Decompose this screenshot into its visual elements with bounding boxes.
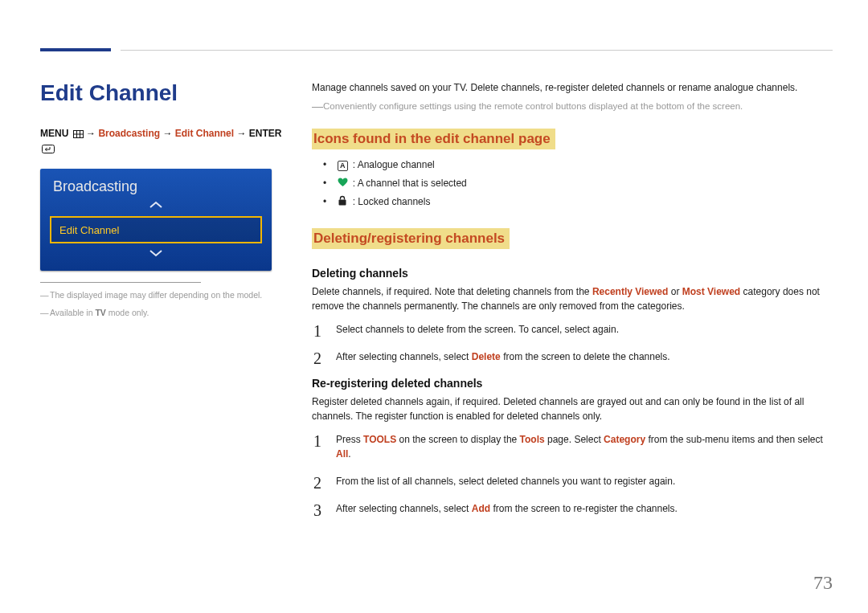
note-text-bold: TV (95, 308, 105, 317)
t: After selecting channels, select (336, 351, 472, 362)
enter-icon (42, 144, 55, 157)
heart-icon (335, 175, 350, 194)
breadcrumb-sep: → (162, 128, 172, 139)
rereg-steps: Press TOOLS on the screen to display the… (312, 432, 833, 516)
t-hl: Most Viewed (682, 286, 740, 297)
notes-divider (40, 282, 201, 283)
breadcrumb-sep: → (236, 128, 246, 139)
deleting-para: Delete channels, if required. Note that … (312, 284, 833, 314)
t: from the screen to delete the channels. (501, 351, 670, 362)
intro-line-1: Manage channels saved on your TV. Delete… (312, 80, 833, 95)
breadcrumb-item-broadcasting: Broadcasting (98, 128, 160, 139)
t: from the screen to re-register the chann… (490, 503, 678, 514)
note-text-post: mode only. (106, 308, 149, 317)
t: page. Select (545, 434, 604, 445)
rereg-step-1: Press TOOLS on the screen to display the… (312, 432, 833, 461)
legend-analogue-text: : Analogue channel (353, 159, 435, 170)
rereg-step-2: From the list of all channels, select de… (312, 474, 833, 488)
intro-line-2: ―Conveniently configure settings using t… (312, 100, 833, 112)
analogue-a-icon: A (335, 156, 350, 174)
breadcrumb-enter-label: ENTER (249, 128, 282, 139)
section-icons-heading: Icons found in the edit channel page (312, 129, 555, 149)
t-hl: Add (472, 503, 490, 514)
t-hl: All (336, 448, 348, 460)
t-hl: Delete (472, 351, 501, 362)
chevron-down-icon (48, 245, 264, 263)
t: or (668, 286, 682, 297)
page-title: Edit Channel (40, 80, 289, 106)
rereg-step-3: After selecting channels, select Add fro… (312, 501, 833, 516)
rereg-para: Register deleted channels again, if requ… (312, 394, 833, 424)
tv-panel-selected-label: Edit Channel (59, 224, 119, 236)
legend-selected-text: : A channel that is selected (353, 178, 467, 189)
note-text: The displayed image may differ depending… (50, 290, 262, 300)
intro-line-2-text: Conveniently configure settings using th… (323, 101, 743, 111)
subhead-rereg: Re-registering deleted channels (312, 377, 833, 390)
t-hl: Recently Viewed (592, 286, 669, 297)
t: . (348, 448, 350, 460)
breadcrumb-sep: → (86, 128, 96, 139)
chevron-up-icon (48, 197, 264, 215)
note-tv-mode: ―Available in TV mode only. (40, 307, 289, 319)
legend-locked-text: : Locked channels (353, 196, 431, 207)
subhead-deleting: Deleting channels (312, 267, 833, 280)
tv-panel-selected-item: Edit Channel (50, 216, 262, 243)
t: Delete channels, if required. Note that … (312, 286, 592, 297)
deleting-step-2: After selecting channels, select Delete … (312, 349, 833, 364)
breadcrumb: MENU → Broadcasting → Edit Channel → ENT… (40, 127, 289, 157)
legend-analogue: • A : Analogue channel (323, 156, 833, 174)
lock-icon (335, 194, 350, 212)
icon-legend-list: • A : Analogue channel • : A channel tha… (312, 156, 833, 212)
t: on the screen to display the (396, 434, 519, 445)
t-hl: Category (604, 434, 645, 445)
svg-rect-5 (339, 199, 346, 205)
top-rule (40, 32, 833, 51)
t: from the sub-menu items and then select (645, 434, 823, 445)
breadcrumb-menu-label: MENU (40, 128, 68, 139)
menu-grid-icon (73, 129, 84, 142)
tv-menu-panel: Broadcasting Edit Channel (40, 169, 272, 271)
tv-panel-title: Broadcasting (48, 175, 264, 197)
t-hl: TOOLS (363, 434, 396, 445)
legend-locked: • : Locked channels (323, 193, 833, 211)
deleting-step-1: Select channels to delete from the scree… (312, 322, 833, 337)
t-hl: Tools (520, 434, 545, 445)
breadcrumb-item-edit-channel: Edit Channel (175, 128, 234, 139)
deleting-steps: Select channels to delete from the scree… (312, 322, 833, 364)
section-delreg-heading: Deleting/registering channels (312, 228, 510, 249)
legend-selected: • : A channel that is selected (323, 174, 833, 193)
note-text-pre: Available in (50, 308, 95, 317)
page-number: 73 (813, 572, 833, 594)
t: After selecting channels, select (336, 503, 472, 514)
t: Press (336, 434, 363, 445)
note-model-differs: ―The displayed image may differ dependin… (40, 289, 289, 301)
